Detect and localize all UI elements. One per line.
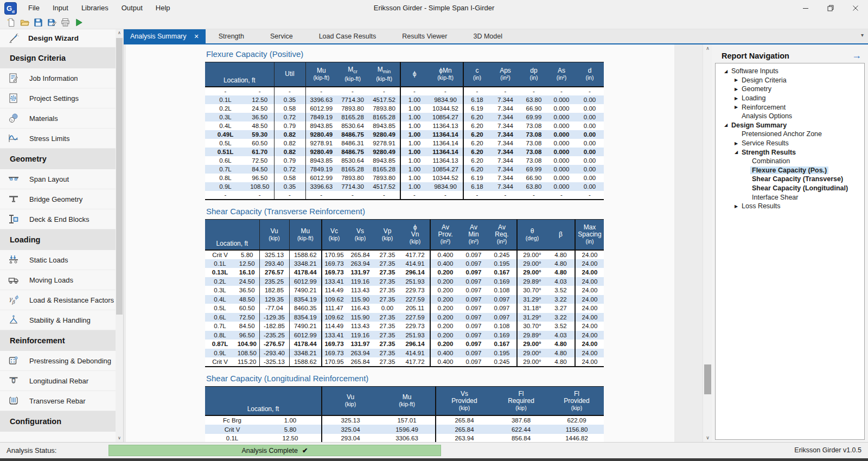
sidebar-scrollbar-thumb[interactable] xyxy=(116,38,123,315)
table-cell: 1.00 xyxy=(400,95,428,104)
table-cell: 263.94 xyxy=(346,259,374,268)
table-cell: 4517.52 xyxy=(368,182,400,191)
table-cell: 0.87L xyxy=(205,340,235,349)
column-header: AvProv.(in²) xyxy=(430,219,460,250)
sidebar-item-bridge-geometry[interactable]: Bridge Geometry xyxy=(0,189,116,209)
close-icon[interactable]: ✕ xyxy=(194,33,199,40)
tab-strength[interactable]: Strength xyxy=(206,29,257,43)
tree-item-shear-capacity-transverse[interactable]: Shear Capacity (Transverse) xyxy=(716,175,864,184)
tab-3d-model[interactable]: 3D Model xyxy=(460,29,515,43)
tree-item-flexure-capacity-pos[interactable]: Flexure Capacity (Pos.) xyxy=(716,166,864,175)
tree-item-interface-shear[interactable]: Interface Shear xyxy=(716,193,864,202)
tree-item-combination[interactable]: Combination xyxy=(716,157,864,166)
tab-overflow-icon[interactable]: ▾ xyxy=(861,32,864,38)
tree-item-geometry[interactable]: ▶Geometry xyxy=(716,85,864,94)
tree-item-pretensioned-anchor-zone[interactable]: Pretensioned Anchor Zone xyxy=(716,130,864,139)
collapsed-icon[interactable]: ▶ xyxy=(732,96,740,101)
table-cell: 27.35 xyxy=(374,349,400,358)
sidebar-scrollbar[interactable]: ∧ ∨ xyxy=(116,29,123,442)
table-cell: 48.50 xyxy=(235,295,259,304)
tree-item-loading[interactable]: ▶Loading xyxy=(716,94,864,103)
tree-item-loss-results[interactable]: ▶Loss Results xyxy=(716,202,864,211)
vertical-scrollbar[interactable]: ∧ ∨ xyxy=(703,44,712,442)
sidebar-item-span-layout[interactable]: Span Layout xyxy=(0,169,116,189)
expanded-icon[interactable]: ◢ xyxy=(722,123,730,127)
sidebar-item-stress-limits[interactable]: Stress Limits xyxy=(0,129,116,149)
scroll-up-icon[interactable]: ∧ xyxy=(116,29,123,37)
sidebar-item-stability-handling[interactable]: Stability & Handling xyxy=(0,310,116,330)
toolbar xyxy=(0,16,868,29)
table-cell: 0.1L xyxy=(205,434,259,442)
sidebar-item-load-resistance-factors[interactable]: γβϕLoad & Resistance Factors xyxy=(0,290,116,310)
tab-analysis-summary[interactable]: Analysis Summary✕ xyxy=(124,29,206,43)
run-analysis-button[interactable] xyxy=(72,17,85,29)
sidebar-item-job-information[interactable]: Job Information xyxy=(0,68,116,88)
table-cell: 622.09 xyxy=(550,415,604,425)
table-cell: 113.43 xyxy=(346,322,374,331)
expanded-icon[interactable]: ◢ xyxy=(732,150,740,155)
table-cell: 251.93 xyxy=(400,277,430,286)
collapsed-icon[interactable]: ▶ xyxy=(732,141,740,146)
tree-item-analysis-options[interactable]: Analysis Options xyxy=(716,112,864,121)
scroll-up-icon[interactable]: ∧ xyxy=(703,44,712,53)
restore-button[interactable] xyxy=(818,0,843,16)
open-file-button[interactable] xyxy=(18,17,31,29)
sidebar-item-materials[interactable]: Materials xyxy=(0,108,116,129)
table-cell: 4.80 xyxy=(547,259,575,268)
tree-item-reinforcement[interactable]: ▶Reinforcement xyxy=(716,103,864,112)
menu-file[interactable]: File xyxy=(22,0,46,16)
save-button[interactable] xyxy=(31,17,44,29)
menu-output[interactable]: Output xyxy=(115,0,149,16)
collapsed-icon[interactable]: ▶ xyxy=(732,78,740,82)
table-cell: 48.50 xyxy=(246,121,274,130)
tree-item-service-results[interactable]: ▶Service Results xyxy=(716,139,864,148)
sidebar-item-design-wizard[interactable]: Design Wizard xyxy=(0,29,116,48)
table-cell: - xyxy=(520,87,547,95)
table-cell: 0.097 xyxy=(460,322,487,331)
tree-item-design-criteria[interactable]: ▶Design Criteria xyxy=(716,76,864,85)
table-row: 0.9L108.500.353396.637714.304517.521.009… xyxy=(205,182,604,191)
tree-item-strength-results[interactable]: ◢Strength Results xyxy=(716,148,864,157)
table-cell: 1588.62 xyxy=(289,357,322,367)
sidebar-item-static-loads[interactable]: Static Loads xyxy=(0,250,116,270)
table-cell: 27.35 xyxy=(374,331,400,340)
sidebar-item-moving-loads[interactable]: Moving Loads xyxy=(0,270,116,290)
sidebar-item-transverse-rebar[interactable]: Transverse Rebar xyxy=(0,391,116,411)
tree-item-design-summary[interactable]: ◢Design Summary xyxy=(716,121,864,130)
tab-service[interactable]: Service xyxy=(257,29,306,43)
print-button[interactable] xyxy=(59,17,72,29)
tree-item-shear-capacity-longitudinal[interactable]: Shear Capacity (Longitudinal) xyxy=(716,184,864,193)
collapse-panel-arrow-icon[interactable]: → xyxy=(852,50,861,61)
sidebar-item-longitudinal-rebar[interactable]: Longitudinal Rebar xyxy=(0,371,116,391)
tree-item-software-inputs[interactable]: ◢Software Inputs xyxy=(716,67,864,76)
scroll-down-icon[interactable]: ∨ xyxy=(116,434,123,442)
close-button[interactable] xyxy=(843,0,868,16)
sidebar-item-project-settings[interactable]: Project Settings xyxy=(0,88,116,108)
sidebar-item-deck-end-blocks[interactable]: Deck & End Blocks xyxy=(0,209,116,229)
table-cell: 9834.90 xyxy=(428,95,463,104)
collapsed-icon[interactable]: ▶ xyxy=(732,204,740,209)
table-cell: 0.000 xyxy=(547,104,576,113)
tab-results-viewer[interactable]: Results Viewer xyxy=(389,29,460,43)
minimize-button[interactable] xyxy=(793,0,818,16)
shear-capacity-transverse-reinforcement: Shear Capacity (Transverse Reinforcement… xyxy=(205,207,607,367)
new-file-button[interactable] xyxy=(4,17,17,29)
table-cell: 0.13L xyxy=(205,268,235,277)
table-cell: 0.000 xyxy=(547,139,576,148)
menu-input[interactable]: Input xyxy=(46,0,75,16)
collapsed-icon[interactable]: ▶ xyxy=(732,105,740,110)
table-cell: 24.00 xyxy=(575,268,604,277)
expanded-icon[interactable]: ◢ xyxy=(722,69,730,74)
scrollbar-thumb[interactable] xyxy=(704,364,711,394)
tab-load-case-results[interactable]: Load Case Results xyxy=(306,29,390,43)
scroll-down-icon[interactable]: ∨ xyxy=(703,434,712,442)
menu-libraries[interactable]: Libraries xyxy=(75,0,115,16)
column-header: θ(deg) xyxy=(517,219,547,250)
sidebar-item-prestressing-debonding[interactable]: Prestressing & Debonding xyxy=(0,351,116,371)
table-cell: 182.85 xyxy=(259,286,289,295)
collapsed-icon[interactable]: ▶ xyxy=(732,87,740,92)
menu-help[interactable]: Help xyxy=(149,0,177,16)
tab-label: 3D Model xyxy=(473,33,502,40)
save-as-button[interactable] xyxy=(45,17,58,29)
tree-item-label: Shear Capacity (Longitudinal) xyxy=(750,184,850,192)
